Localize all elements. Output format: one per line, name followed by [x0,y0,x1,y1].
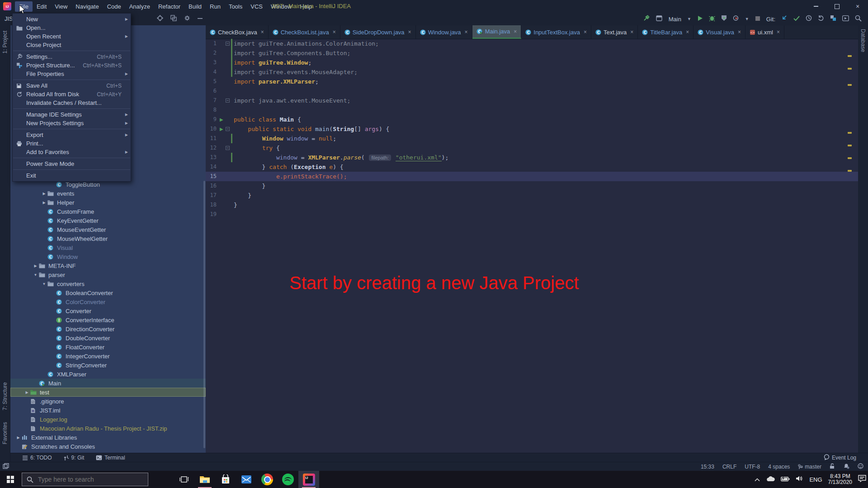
tab-close-icon[interactable]: × [630,29,633,35]
menu-item-print[interactable]: Print... [13,139,131,148]
menu-run[interactable]: Run [206,1,225,12]
task-view-button[interactable] [174,471,194,488]
tab-close-icon[interactable]: × [333,29,336,35]
tree-collapsed-arrow-icon[interactable]: ▶ [41,192,47,196]
menu-item-file-properties[interactable]: File Properties▶ [13,70,131,78]
menu-item-close-project[interactable]: Close Project [13,41,131,49]
code-line-5[interactable]: 5import parser.XMLParser; [206,77,858,86]
profiler-button[interactable] [733,15,739,23]
code-line-14[interactable]: 14 } catch (Exception e) { [206,162,858,172]
search-everywhere-icon[interactable] [855,15,862,23]
tree-collapsed-arrow-icon[interactable]: ▶ [15,436,22,440]
close-button[interactable]: × [847,0,868,13]
menu-refactor[interactable]: Refactor [154,1,184,12]
git-update-button[interactable] [781,15,788,23]
tree-item-integerconverter[interactable]: CIntegerConverter [10,352,206,361]
code-line-7[interactable]: 7−import java.awt.event.MouseEvent; [206,96,858,105]
menu-item-save-all[interactable]: Save AllCtrl+S [13,81,131,90]
tab-main-java[interactable]: CMain.java× [472,25,522,39]
code-line-19[interactable]: 19 [206,210,858,219]
code-line-13[interactable]: 13 window = XMLParser.parse( filepath: "… [206,153,858,162]
tree-item-colorconverter[interactable]: CColorConverter [10,297,206,306]
run-config-selector[interactable]: Main [669,16,681,23]
chrome-button[interactable] [257,471,278,488]
menu-item-power-save-mode[interactable]: Power Save Mode [13,160,131,168]
tree-item-mouseeventgetter[interactable]: CMouseEventGetter [10,225,206,234]
tree-expanded-arrow-icon[interactable]: ▼ [32,273,39,277]
microsoft-store-button[interactable] [215,471,236,488]
profiler-chevron-icon[interactable]: ▼ [745,17,749,21]
tree-item-external-libraries[interactable]: ▶External Libraries [10,433,206,442]
code-line-8[interactable]: 8 [206,105,858,115]
tree-item-test[interactable]: ▶test [10,388,206,397]
code-editor[interactable]: 1−import guiTree.Animations.ColorAnimati… [206,39,858,453]
project-panel-scrollbar[interactable] [203,181,205,448]
start-button[interactable] [0,471,21,488]
menu-item-new-projects-settings[interactable]: New Projects Settings▶ [13,119,131,127]
minimize-button[interactable] [806,0,826,13]
tree-item-visual[interactable]: CVisual [10,243,206,252]
tree-item-jist-iml[interactable]: JIST.iml [10,406,206,415]
tree-item-logger-log[interactable]: Logger.log [10,415,206,424]
menu-view[interactable]: View [51,1,71,12]
code-line-4[interactable]: 4import guiTree.events.MouseAdapter; [206,67,858,77]
tab-close-icon[interactable]: × [514,28,517,35]
rollback-button[interactable] [818,15,824,23]
tree-collapsed-arrow-icon[interactable]: ▶ [41,201,47,205]
file-encoding[interactable]: UTF-8 [745,464,760,470]
menu-item-settings[interactable]: Settings...Ctrl+Alt+S [13,52,131,61]
hide-panel-icon[interactable] [198,15,203,23]
tree-item-macocian-adrian-radu-thesis-project-jist-zip[interactable]: Macocian Adrian Radu - Thesis Project - … [10,424,206,433]
inspection-mark[interactable] [848,55,852,57]
mail-button[interactable] [236,471,257,488]
tree-item-converter[interactable]: CConverter [10,306,206,315]
tool-window-button-9-git[interactable]: 9: Git [64,455,85,461]
line-ending[interactable]: CRLF [722,464,736,470]
menu-build[interactable]: Build [184,1,206,12]
tool-button-favorites[interactable]: Favorites [2,422,8,444]
inspection-mark[interactable] [848,132,852,134]
menu-item-manage-ide-settings[interactable]: Manage IDE Settings▶ [13,110,131,119]
inspection-mark[interactable] [848,84,852,86]
tree-item-converterinterface[interactable]: IConverterInterface [10,315,206,324]
tree-item-xmlparser[interactable]: CXMLParser [10,370,206,379]
tool-window-button-6-todo[interactable]: 6: TODO [22,455,52,461]
taskbar-clock[interactable]: 8:43 PM 7/13/2020 [828,474,852,485]
tool-button-database[interactable]: Database [860,29,866,52]
menu-item-new[interactable]: New▶ [13,15,131,23]
git-commit-button[interactable] [793,15,800,23]
notifications-icon[interactable] [843,463,849,470]
tree-item-customframe[interactable]: CCustomFrame [10,207,206,216]
menu-code[interactable]: Code [103,1,125,12]
spotify-button[interactable] [278,471,298,488]
chevron-down-icon[interactable]: ▼ [687,17,691,21]
menu-vcs[interactable]: VCS [246,1,267,12]
tab-checkbox-java[interactable]: CCheckBox.java× [206,25,269,39]
tab-window-java[interactable]: CWindow.java× [416,25,472,39]
code-line-18[interactable]: 18} [206,200,858,210]
event-log-button[interactable]: Event Log [824,454,856,461]
onedrive-icon[interactable] [766,475,775,483]
menu-analyze[interactable]: Analyze [125,1,154,12]
tree-expanded-arrow-icon[interactable]: ▼ [41,282,47,286]
menu-navigate[interactable]: Navigate [71,1,103,12]
tab-close-icon[interactable]: × [465,29,468,35]
tree-item-stringconverter[interactable]: CStringConverter [10,361,206,370]
tree-item-keyeventgetter[interactable]: CKeyEventGetter [10,216,206,225]
history-button[interactable] [806,15,812,23]
tool-window-button-terminal[interactable]: Terminal [96,455,125,461]
menu-item-project-structure[interactable]: Project Structure...Ctrl+Alt+Shift+S [13,61,131,70]
tree-item-main[interactable]: CMain [10,379,206,388]
tree-item-booleanconverter[interactable]: CBooleanConverter [10,288,206,297]
tool-windows-toggle-icon[interactable] [3,463,9,471]
inspection-mark[interactable] [848,145,852,146]
menu-item-add-to-favorites[interactable]: Add to Favorites▶ [13,148,131,156]
tree-item-directionconverter[interactable]: CDirectionConverter [10,324,206,333]
tree-collapsed-arrow-icon[interactable]: ▶ [32,264,39,268]
menu-item-invalidate-caches-restart[interactable]: Invalidate Caches / Restart... [13,99,131,107]
tree-item-gitignore[interactable]: .gitignore [10,397,206,406]
inspection-mark[interactable] [848,170,852,172]
tab-inputtextbox-java[interactable]: CInputTextBox.java× [521,25,591,39]
battery-icon[interactable] [781,475,790,483]
run-arrow-icon[interactable]: ▶ [220,124,223,134]
